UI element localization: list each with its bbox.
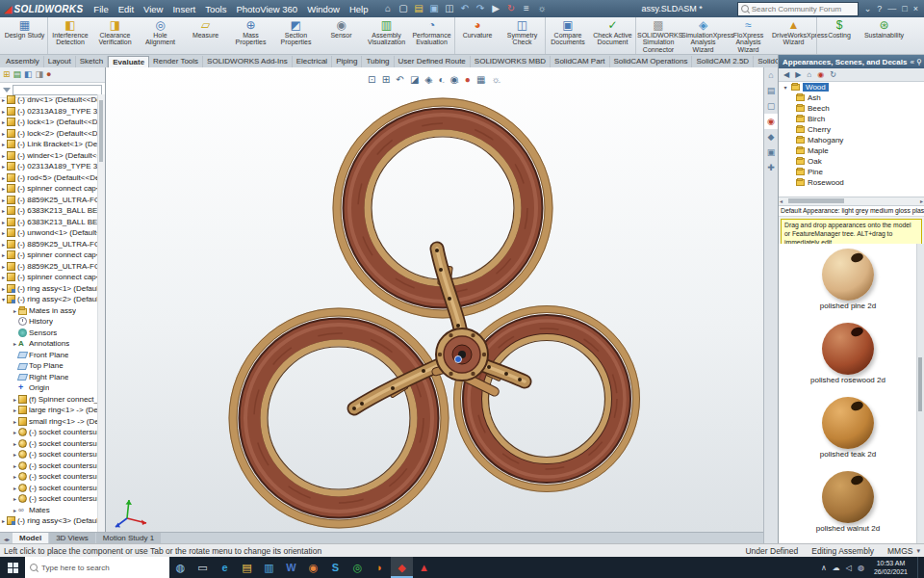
tree-item[interactable]: small ring<1> -> (Default... bbox=[0, 416, 98, 428]
ribbon-tab[interactable]: Assembly bbox=[2, 56, 44, 67]
home-icon[interactable]: ⌂ bbox=[381, 0, 396, 17]
ribbon-button[interactable]: ◉ Sensor bbox=[319, 17, 364, 54]
tree-item[interactable]: (-) socket countersunk he... bbox=[0, 438, 98, 450]
ribbon-tab[interactable]: User Defined Route bbox=[395, 56, 471, 67]
ribbon-tab[interactable]: SolidCAM Part bbox=[551, 56, 609, 67]
appearance-tree-item[interactable]: Mahogany bbox=[779, 135, 924, 145]
rebuild-icon[interactable]: ↻ bbox=[504, 0, 519, 17]
tree-item[interactable]: (-) socket countersunk he... bbox=[0, 449, 98, 460]
tree-item[interactable]: (-) spinner connect cap<2> (D... bbox=[0, 250, 98, 261]
ribbon-button[interactable]: ◔ Performance Evaluation bbox=[409, 17, 454, 54]
edge-icon[interactable]: e bbox=[214, 557, 236, 578]
chrome-icon[interactable]: ◉ bbox=[302, 557, 324, 578]
expand-arrow-icon[interactable] bbox=[0, 108, 7, 115]
menu-item[interactable]: Help bbox=[345, 4, 373, 14]
scroll-left-icon[interactable]: ◂ bbox=[780, 197, 783, 204]
tree-item[interactable]: (-) rod<5> (Default<<Default>... bbox=[0, 172, 98, 184]
expand-arrow-icon[interactable] bbox=[0, 197, 7, 203]
appearance-tree-item[interactable]: Birch bbox=[779, 114, 924, 124]
refresh-icon[interactable]: ↻ bbox=[830, 70, 836, 79]
expand-arrow-icon[interactable] bbox=[0, 141, 7, 147]
ribbon-tab[interactable]: SOLIDWORKS Add-Ins bbox=[203, 56, 293, 67]
ribbon-button[interactable]: ◎ Hole Alignment bbox=[138, 17, 183, 54]
tree-item[interactable]: (-) 02313A189_TYPE 316 SS CU... bbox=[0, 106, 98, 118]
expand-arrow-icon[interactable] bbox=[12, 462, 18, 469]
expand-arrow-icon[interactable] bbox=[0, 130, 7, 137]
ribbon-tab[interactable]: Layout bbox=[44, 56, 76, 67]
expand-arrow-icon[interactable] bbox=[12, 507, 18, 513]
network-icon[interactable]: ◍ bbox=[858, 564, 864, 572]
expand-arrow-icon[interactable] bbox=[0, 118, 7, 125]
tree-item[interactable]: (-) Link Bracket<1> (Default<... bbox=[0, 139, 98, 150]
tree-item[interactable]: Sensors bbox=[0, 328, 98, 339]
tree-item[interactable]: Origin bbox=[0, 382, 98, 394]
tree-item[interactable]: (-) winder<1> (Default<<Defa... bbox=[0, 150, 98, 162]
show-desktop-button[interactable] bbox=[917, 557, 922, 578]
tree-item[interactable]: (-) 02313A189_TYPE 316 SS CU... bbox=[0, 161, 98, 172]
appearance-tree-item[interactable]: Rosewood bbox=[779, 177, 924, 188]
design-library-icon[interactable]: ▤ bbox=[764, 83, 778, 98]
close-button[interactable]: × bbox=[913, 4, 918, 13]
propertymanager-icon[interactable]: ▤ bbox=[13, 69, 22, 80]
firefox-icon[interactable]: ◗ bbox=[369, 557, 391, 578]
tree-item[interactable]: large ring<1> -> (Defaul... bbox=[0, 405, 98, 416]
start-button[interactable] bbox=[0, 557, 25, 578]
spinner-model[interactable] bbox=[106, 83, 763, 532]
ribbon-tab[interactable]: Sketch bbox=[76, 56, 108, 67]
menu-item[interactable]: Insert bbox=[167, 4, 200, 14]
tree-item[interactable]: (-) 8859K25_ULTRA-FORMABLE... bbox=[0, 239, 98, 250]
tree-item[interactable]: (-) spinner connect cap<3> (D... bbox=[0, 272, 98, 283]
ribbon-button[interactable]: ≈ FloXpress Analysis Wizard bbox=[726, 17, 771, 54]
appearances-sphere-icon[interactable]: ◉ bbox=[817, 70, 824, 79]
ribbon-button[interactable]: ◧ Interference Detection bbox=[47, 17, 92, 54]
tree-item[interactable]: (-) 8859K25_ULTRA-FORMABLE... bbox=[0, 261, 98, 273]
home-icon[interactable]: ⌂ bbox=[807, 70, 811, 79]
expand-arrow-icon[interactable] bbox=[12, 473, 18, 480]
scroll-right-icon[interactable]: ▸ bbox=[920, 197, 923, 204]
expand-arrow-icon[interactable] bbox=[0, 207, 7, 214]
expand-arrow-icon[interactable] bbox=[0, 251, 7, 258]
expand-arrow-icon[interactable] bbox=[0, 296, 7, 302]
ribbon-button[interactable]: ▦ Design Study bbox=[2, 17, 47, 54]
expand-arrow-icon[interactable] bbox=[12, 440, 18, 447]
menu-item[interactable]: PhotoView 360 bbox=[231, 4, 302, 14]
task-view-icon[interactable]: ▭ bbox=[192, 557, 214, 578]
custom-properties-icon[interactable]: ▣ bbox=[764, 144, 778, 160]
help-icon[interactable]: ? bbox=[877, 4, 882, 13]
tree-item[interactable]: Annotations bbox=[0, 338, 98, 350]
ribbon-tab[interactable]: SolidCAM Operations bbox=[610, 56, 693, 67]
store-icon[interactable]: ▥ bbox=[258, 557, 280, 578]
tree-item[interactable]: (-) socket countersunk he... bbox=[0, 460, 98, 472]
displaymanager-icon[interactable]: ● bbox=[46, 69, 51, 80]
tree-horizontal-scrollbar[interactable]: ◂ ▸ bbox=[779, 197, 924, 206]
options-icon[interactable]: ☼ bbox=[535, 0, 550, 17]
appearance-thumbnail[interactable]: polished rosewood 2d bbox=[779, 323, 917, 395]
tree-scrollbar[interactable] bbox=[97, 94, 105, 532]
tree-item[interactable]: (-) socket countersunk he... bbox=[0, 471, 98, 483]
menu-item[interactable]: Window bbox=[302, 4, 345, 14]
ribbon-button[interactable]: ◈ SimulationXpress Analysis Wizard bbox=[680, 17, 726, 54]
solidworks-forum-icon[interactable]: ✚ bbox=[764, 160, 778, 175]
menu-item[interactable]: Tools bbox=[200, 4, 231, 14]
solidworks-icon[interactable]: ◆ bbox=[391, 557, 413, 578]
status-options-icon[interactable]: ▾ bbox=[916, 547, 920, 555]
expand-arrow-icon[interactable] bbox=[0, 219, 7, 225]
expand-arrow-icon[interactable] bbox=[12, 396, 18, 403]
thumbnail-scrollbar[interactable] bbox=[916, 244, 924, 543]
ribbon-button[interactable]: ▱ Measure bbox=[183, 17, 228, 54]
tree-item[interactable]: Front Plane bbox=[0, 350, 98, 361]
ribbon-button[interactable]: ◕ Curvature bbox=[454, 17, 500, 54]
tree-item[interactable]: Mates in assy bbox=[0, 305, 98, 317]
onedrive-icon[interactable]: ☁ bbox=[833, 564, 840, 572]
tree-item[interactable]: History bbox=[0, 316, 98, 328]
ribbon-button[interactable]: ◫ Symmetry Check bbox=[500, 17, 545, 54]
appearance-tree-item[interactable]: Cherry bbox=[779, 124, 924, 135]
ribbon-tab[interactable]: SolidCAM 2.5D bbox=[692, 56, 754, 67]
appearance-tree-item[interactable]: Ash bbox=[779, 92, 924, 103]
back-icon[interactable]: ◀ bbox=[783, 70, 789, 79]
model-viewport[interactable]: ⊡⌄ ⊞⌄ ↶⌄ ◪⌄ ◈⌄ ◐⌄ ◉⌄ ●⌄ ▦⌄ ☼⌄ bbox=[106, 67, 763, 532]
expand-arrow-icon[interactable] bbox=[0, 263, 7, 270]
file-explorer-icon[interactable]: ▢ bbox=[764, 98, 778, 114]
ribbon-button[interactable]: ▥ Assembly Visualization bbox=[364, 17, 409, 54]
ribbon-tab[interactable]: Electrical bbox=[293, 56, 332, 67]
